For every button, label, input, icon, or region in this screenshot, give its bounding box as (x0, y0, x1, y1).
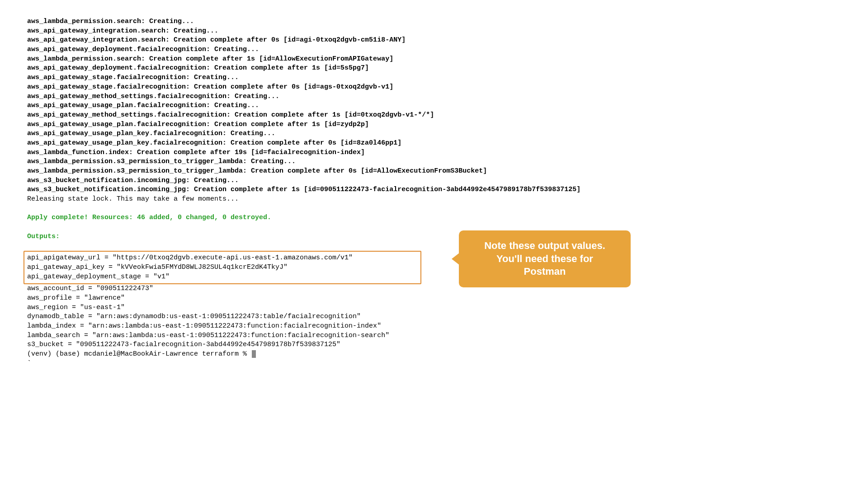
log-line: aws_api_gateway_integration.search: Crea… (27, 36, 841, 45)
terminal-prompt: (venv) (base) mcdaniel@MacBookAir-Lawren… (27, 350, 251, 358)
terminal-prompt-line[interactable]: (venv) (base) mcdaniel@MacBookAir-Lawren… (27, 350, 841, 359)
output-line: api_gateway_api_key = "kVVeokFwia5FMYdD8… (27, 263, 418, 272)
backtick-line: ` (27, 359, 841, 369)
log-line: aws_lambda_permission.s3_permission_to_t… (27, 157, 841, 167)
apply-complete-line: Apply complete! Resources: 46 added, 0 c… (27, 213, 841, 223)
log-line: aws_s3_bucket_notification.incoming_jpg:… (27, 185, 841, 195)
output-line: lambda_search = "arn:aws:lambda:us-east-… (27, 331, 841, 341)
log-line: aws_api_gateway_method_settings.facialre… (27, 111, 841, 120)
log-line: aws_api_gateway_deployment.facialrecogni… (27, 45, 841, 55)
log-line: aws_api_gateway_usage_plan_key.facialrec… (27, 129, 841, 139)
log-line: aws_lambda_permission.search: Creation c… (27, 55, 841, 64)
release-lock-line: Releasing state lock. This may take a fe… (27, 195, 841, 204)
output-line: api_gateway_deployment_stage = "v1" (27, 272, 418, 282)
output-line: aws_account_id = "090511222473" (27, 284, 841, 294)
output-line: api_apigateway_url = "https://0txoq2dgvb… (27, 253, 418, 263)
log-line: aws_api_gateway_method_settings.facialre… (27, 92, 841, 102)
output-line: aws_profile = "lawrence" (27, 294, 841, 303)
outputs-highlight-box: api_apigateway_url = "https://0txoq2dgvb… (24, 251, 421, 284)
log-line: aws_lambda_permission.search: Creating..… (27, 17, 841, 27)
output-line: lambda_index = "arn:aws:lambda:us-east-1… (27, 322, 841, 331)
log-line: aws_lambda_permission.s3_permission_to_t… (27, 167, 841, 176)
log-line: aws_lambda_function.index: Creation comp… (27, 148, 841, 158)
log-line: aws_s3_bucket_notification.incoming_jpg:… (27, 176, 841, 186)
log-line: aws_api_gateway_stage.facialrecognition:… (27, 73, 841, 83)
log-line: aws_api_gateway_usage_plan.facialrecogni… (27, 120, 841, 130)
log-line: aws_api_gateway_integration.search: Crea… (27, 27, 841, 36)
callout-line: You'll need these for (472, 253, 618, 266)
log-line: aws_api_gateway_stage.facialrecognition:… (27, 83, 841, 92)
output-line: s3_bucket = "090511222473-facialrecognit… (27, 340, 841, 350)
cursor-icon (252, 350, 256, 358)
output-line: aws_region = "us-east-1" (27, 303, 841, 313)
terminal-output: aws_lambda_permission.search: Creating..… (27, 17, 841, 368)
log-line: aws_api_gateway_usage_plan.facialrecogni… (27, 101, 841, 111)
log-line: aws_api_gateway_usage_plan_key.facialrec… (27, 139, 841, 148)
output-line: dynamodb_table = "arn:aws:dynamodb:us-ea… (27, 312, 841, 322)
outputs-header: Outputs: (27, 232, 841, 242)
callout-line: Postman (472, 265, 618, 278)
callout-note: Note these output values. You'll need th… (459, 230, 631, 287)
log-line: aws_api_gateway_deployment.facialrecogni… (27, 64, 841, 73)
callout-line: Note these output values. (472, 239, 618, 253)
